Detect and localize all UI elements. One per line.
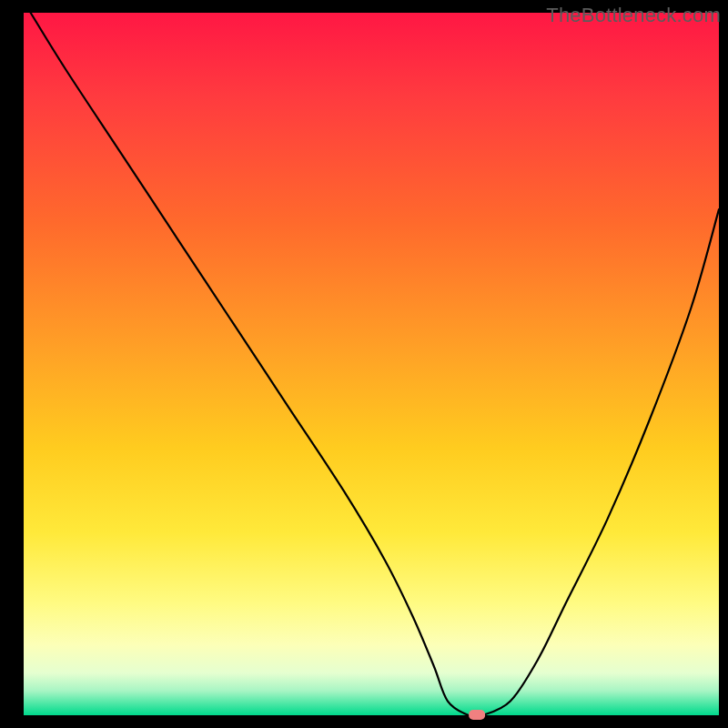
- optimal-point-marker: [469, 710, 485, 720]
- watermark-text: TheBottleneck.com: [546, 4, 721, 27]
- bottleneck-chart: [0, 0, 728, 728]
- plot-background: [24, 13, 719, 715]
- chart-container: TheBottleneck.com: [0, 0, 728, 728]
